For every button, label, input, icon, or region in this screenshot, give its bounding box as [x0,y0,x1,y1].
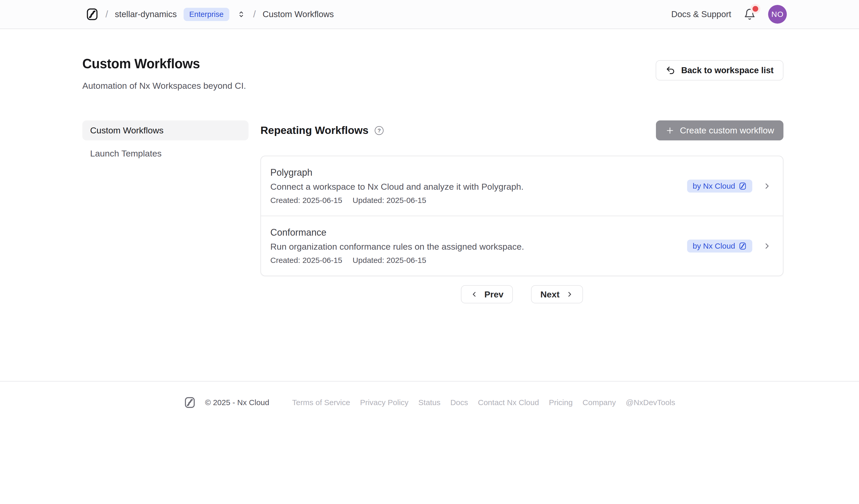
nx-cloud-badge-icon [739,242,747,250]
by-nx-cloud-badge[interactable]: by Nx Cloud [687,240,752,253]
workflow-description: Run organization conformance rules on th… [270,242,524,252]
footer-link-docs[interactable]: Docs [450,398,468,407]
avatar[interactable]: NO [768,5,787,24]
footer: © 2025 - Nx Cloud Terms of Service Priva… [0,381,859,409]
workflow-name: Conformance [270,227,524,238]
workflow-name: Polygraph [270,167,524,178]
workflow-updated: Updated: 2025-06-15 [353,196,426,205]
breadcrumb: / stellar-dynamics Enterprise / Custom W… [86,7,334,21]
footer-link-nxdevtools[interactable]: @NxDevTools [626,398,675,407]
breadcrumb-workspace[interactable]: stellar-dynamics [115,9,177,19]
chevron-right-icon [763,242,771,250]
back-to-workspace-list-button[interactable]: Back to workspace list [656,60,783,80]
footer-link-status[interactable]: Status [418,398,440,407]
breadcrumb-separator: / [253,9,256,20]
footer-link-terms[interactable]: Terms of Service [292,398,350,407]
footer-link-pricing[interactable]: Pricing [549,398,573,407]
docs-support-link[interactable]: Docs & Support [671,9,731,19]
chevron-right-icon [566,290,574,298]
breadcrumb-current-page[interactable]: Custom Workflows [262,9,334,19]
top-nav: / stellar-dynamics Enterprise / Custom W… [0,0,859,29]
nx-cloud-badge-icon [739,182,747,190]
page-title: Custom Workflows [82,56,246,71]
plus-icon [665,126,675,135]
copyright-text: © 2025 - Nx Cloud [205,398,269,407]
sidebar-item-custom-workflows[interactable]: Custom Workflows [82,120,248,140]
workflow-description: Connect a workspace to Nx Cloud and anal… [270,182,524,192]
back-button-label: Back to workspace list [681,65,773,75]
workflow-updated: Updated: 2025-06-15 [353,256,426,265]
breadcrumb-separator: / [105,9,108,20]
workspace-switcher-button[interactable] [236,9,246,20]
sidebar-item-launch-templates[interactable]: Launch Templates [82,143,248,164]
workflow-created: Created: 2025-06-15 [270,196,342,205]
workflow-row-polygraph[interactable]: Polygraph Connect a workspace to Nx Clou… [261,156,783,216]
by-nx-cloud-badge[interactable]: by Nx Cloud [687,180,752,193]
notification-dot [753,6,758,12]
undo-arrow-icon [665,65,675,75]
prev-page-button[interactable]: Prev [461,285,513,303]
next-label: Next [540,289,560,300]
footer-link-privacy[interactable]: Privacy Policy [360,398,408,407]
notifications-button[interactable] [743,7,757,21]
chevron-right-icon [763,182,771,190]
footer-link-contact[interactable]: Contact Nx Cloud [478,398,539,407]
section-title: Repeating Workflows ? [260,124,383,137]
next-page-button[interactable]: Next [531,285,583,303]
nx-logo-icon[interactable] [86,7,99,21]
sidebar: Custom Workflows Launch Templates [82,120,248,303]
prev-label: Prev [484,289,503,300]
help-icon[interactable]: ? [375,126,383,135]
workflows-card: Polygraph Connect a workspace to Nx Clou… [260,156,783,276]
nx-logo-icon-footer [184,396,196,409]
workflow-created: Created: 2025-06-15 [270,256,342,265]
page-subtitle: Automation of Nx Workspaces beyond CI. [82,81,246,91]
plan-badge: Enterprise [184,8,229,21]
chevron-left-icon [470,290,478,298]
create-custom-workflow-button[interactable]: Create custom workflow [656,120,783,140]
create-button-label: Create custom workflow [680,125,774,136]
workflow-row-conformance[interactable]: Conformance Run organization conformance… [261,216,783,276]
pagination: Prev Next [260,285,783,303]
footer-link-company[interactable]: Company [583,398,616,407]
